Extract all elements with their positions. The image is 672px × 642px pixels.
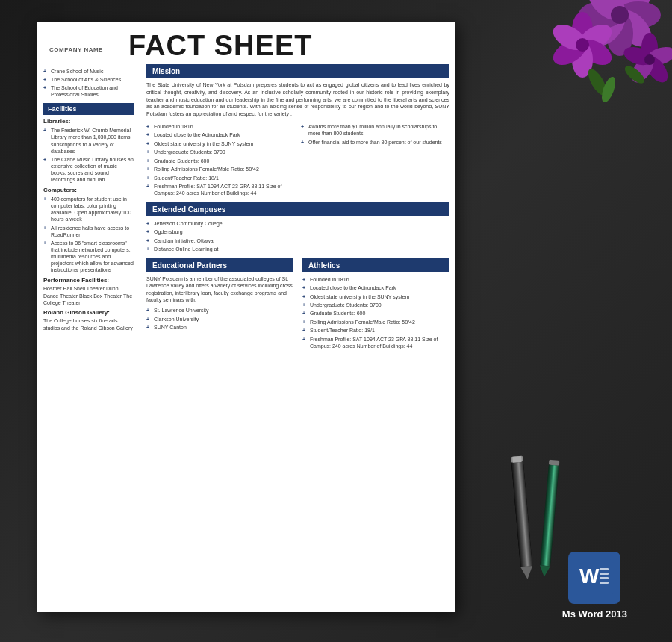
- list-item: Founded in 1816: [146, 122, 295, 131]
- athletics-list: Founded in 1816 Located close to the Adi…: [302, 275, 449, 351]
- educational-partners-text: SUNY Potsdam is a member of the associat…: [146, 275, 293, 304]
- libraries-label: Libraries:: [43, 118, 134, 125]
- list-item: Oldest state university in the SUNY syst…: [146, 140, 295, 148]
- left-column: Crane School of Music The School of Arts…: [43, 64, 140, 351]
- list-item: Undergraduate Students: 3700: [146, 148, 295, 156]
- svg-rect-35: [600, 568, 609, 570]
- performance-text: Hosmer Hall Snell Theater Dunn Dance The…: [43, 285, 134, 306]
- mission-header: Mission: [146, 64, 449, 78]
- list-item: Undergraduate Students: 3700: [302, 301, 449, 309]
- list-item: Rolling Admissions Female/Male Ratio: 58…: [302, 318, 449, 326]
- list-item: Student/Teacher Ratio: 18/1: [146, 174, 295, 182]
- educational-partners-list: St. Lawrence University Clarkson Univers…: [146, 306, 293, 331]
- computers-label: Computers:: [43, 187, 134, 193]
- list-item: The School of Education and Professional…: [43, 84, 134, 99]
- stats-right: Awards more than $1 million annually in …: [301, 122, 449, 198]
- list-item: Oldest state university in the SUNY syst…: [302, 293, 449, 301]
- stats-grid: Founded in 1816 Located close to the Adi…: [146, 122, 449, 198]
- list-item: Clarkson University: [146, 315, 293, 323]
- list-item: Located close to the Adirondack Park: [302, 284, 449, 292]
- svg-rect-38: [600, 582, 609, 584]
- facilities-header: Facilities: [43, 103, 134, 115]
- stats-list-left: Founded in 1816 Located close to the Adi…: [146, 122, 295, 198]
- list-item: Freshman Profile: SAT 1094 ACT 23 GPA 88…: [302, 335, 449, 351]
- performance-label: Performance Facilities:: [43, 277, 134, 284]
- list-item: The Crane Music Library houses an extens…: [43, 155, 134, 184]
- msword-label: Ms Word 2013: [562, 608, 627, 620]
- company-name: COMPANY NAME: [49, 31, 116, 53]
- list-item: Awards more than $1 million annually in …: [301, 122, 449, 138]
- doc-header: COMPANY NAME FACT SHEET: [37, 22, 455, 64]
- list-item: Offer financial aid to more than 80 perc…: [301, 138, 449, 146]
- list-item: Located close to the Adirondack Park: [146, 131, 295, 139]
- doc-title: FACT SHEET: [128, 31, 312, 60]
- educational-partners-box: Educational Partners SUNY Potsdam is a m…: [146, 258, 298, 351]
- extended-campuses-list: Jefferson Community College Ogdensburg C…: [146, 219, 449, 254]
- athletics-box: Athletics Founded in 1816 Located close …: [298, 258, 449, 351]
- list-item: St. Lawrence University: [146, 306, 293, 314]
- list-item: Graduate Students: 600: [302, 309, 449, 317]
- svg-rect-36: [600, 573, 609, 575]
- svg-rect-30: [549, 460, 560, 466]
- msword-icon: W: [568, 552, 620, 604]
- svg-point-15: [576, 38, 589, 52]
- right-column: Mission The State University of New York…: [140, 64, 449, 351]
- list-item: SUNY Canton: [146, 323, 293, 331]
- libraries-list: The Frederick W. Crumb Memorial Library …: [43, 126, 134, 184]
- schools-list: Crane School of Music The School of Arts…: [43, 67, 134, 99]
- fact-sheet-document: COMPANY NAME FACT SHEET Crane School of …: [37, 22, 455, 612]
- list-item: The Frederick W. Crumb Memorial Library …: [43, 126, 134, 155]
- svg-marker-28: [520, 566, 533, 579]
- list-item: The School of Arts & Sciences: [43, 75, 134, 84]
- list-item: Graduate Students: 600: [146, 157, 295, 165]
- svg-rect-29: [512, 456, 522, 463]
- list-item: Crane School of Music: [43, 67, 134, 75]
- svg-rect-37: [600, 577, 609, 579]
- flower-decoration: [470, 0, 672, 157]
- list-item: Freshman Profile: SAT 1094 ACT 23 GPA 88…: [146, 182, 295, 198]
- computers-list: 400 computers for student use in compute…: [43, 195, 134, 274]
- svg-rect-27: [511, 462, 532, 567]
- svg-marker-32: [539, 565, 550, 577]
- roland-label: Roland Gibson Gallery:: [43, 309, 134, 316]
- stats-left: Founded in 1816 Located close to the Adi…: [146, 122, 295, 198]
- schools-section: Crane School of Music The School of Arts…: [43, 67, 134, 99]
- roland-text: The College houses six fine arts studios…: [43, 317, 134, 331]
- msword-badge: W Ms Word 2013: [562, 552, 627, 620]
- list-item: Jefferson Community College: [146, 219, 449, 228]
- list-item: All residence halls have access to RoadR…: [43, 224, 134, 239]
- list-item: Founded in 1816: [302, 275, 449, 284]
- list-item: Ogdensburg: [146, 228, 449, 236]
- doc-body: Crane School of Music The School of Arts…: [37, 64, 455, 351]
- stats-list-right: Awards more than $1 million annually in …: [301, 122, 449, 146]
- svg-point-8: [611, 6, 629, 24]
- bottom-boxes: Educational Partners SUNY Potsdam is a m…: [146, 258, 449, 351]
- list-item: Student/Teacher Ratio: 18/1: [302, 326, 449, 334]
- extended-campuses-header: Extended Campuses: [146, 202, 449, 216]
- svg-text:W: W: [579, 564, 600, 588]
- list-item: Access to 36 "smart classrooms" that inc…: [43, 239, 134, 274]
- educational-partners-header: Educational Partners: [146, 258, 293, 272]
- svg-rect-31: [540, 465, 559, 567]
- list-item: Candian Initiative, Ottawa: [146, 237, 449, 245]
- list-item: Rolling Admissions Female/Male Ratio: 58…: [146, 165, 295, 173]
- athletics-header: Athletics: [302, 258, 449, 272]
- list-item: Distance Online Learning at: [146, 245, 449, 253]
- mission-text: The State University of New York at Pots…: [146, 81, 449, 118]
- list-item: 400 computers for student use in compute…: [43, 195, 134, 223]
- svg-point-21: [644, 54, 655, 65]
